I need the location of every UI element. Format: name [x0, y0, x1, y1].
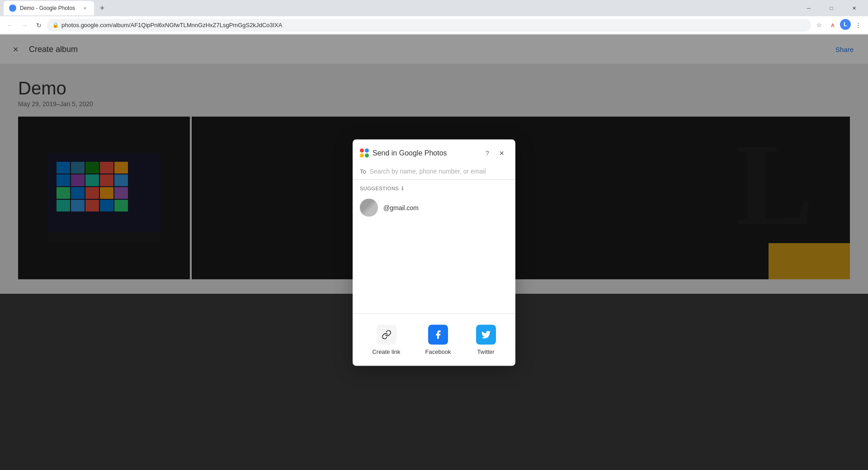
facebook-icon — [428, 325, 448, 345]
create-link-label: Create link — [372, 348, 400, 355]
tab-title: Demo - Google Photos — [20, 5, 78, 11]
dialog-footer: Create link Facebook — [353, 314, 515, 366]
dialog-help-icon[interactable]: ? — [483, 149, 492, 158]
to-field: To — [353, 165, 515, 180]
dialog-title: Send in Google Photos — [373, 149, 479, 157]
page-content: ✕ Create album Share Demo May 29, 2019–J… — [0, 35, 868, 470]
title-bar: Demo - Google Photos × + ─ □ ✕ — [0, 0, 868, 16]
recipient-input[interactable] — [370, 167, 508, 176]
tab-close-button[interactable]: × — [81, 5, 89, 12]
dialog-header: Send in Google Photos ? ✕ — [353, 140, 515, 165]
suggestion-avatar — [360, 199, 378, 217]
google-photos-icon — [360, 149, 369, 158]
tab-favicon — [9, 5, 16, 12]
address-text: photos.google.com/album/AF1QipPnl6xNGfwT… — [61, 22, 806, 28]
suggestions-label: SUGGESTIONS — [360, 186, 399, 191]
facebook-label: Facebook — [425, 348, 451, 355]
dialog-overlay: Send in Google Photos ? ✕ To SUGGESTIONS… — [0, 35, 868, 470]
browser-tab[interactable]: Demo - Google Photos × — [4, 1, 94, 15]
suggestions-section: SUGGESTIONS ℹ @gmail.com — [353, 180, 515, 223]
window-controls: ─ □ ✕ — [798, 1, 864, 15]
maximize-button[interactable]: □ — [821, 1, 842, 15]
facebook-action[interactable]: Facebook — [418, 321, 458, 359]
dialog-spacer — [353, 223, 515, 314]
bookmark-icon[interactable]: ☆ — [813, 19, 826, 32]
menu-icon[interactable]: ⋮ — [852, 19, 864, 32]
suggestion-email: @gmail.com — [383, 204, 419, 212]
back-button[interactable]: ← — [4, 19, 16, 32]
to-label: To — [360, 168, 366, 174]
acrobat-icon[interactable]: A — [826, 19, 839, 32]
avatar-photo — [360, 199, 378, 217]
minimize-button[interactable]: ─ — [798, 1, 819, 15]
reload-button[interactable]: ↻ — [33, 19, 45, 32]
nav-icons: ☆ A L ⋮ — [813, 19, 864, 32]
browser-chrome: Demo - Google Photos × + ─ □ ✕ ← → ↻ 🔒 p… — [0, 0, 868, 35]
suggestions-help-icon[interactable]: ℹ — [401, 185, 404, 192]
lock-icon: 🔒 — [52, 22, 59, 28]
create-link-action[interactable]: Create link — [365, 321, 407, 359]
twitter-icon — [476, 325, 496, 345]
profile-icon[interactable]: L — [840, 19, 851, 30]
twitter-action[interactable]: Twitter — [469, 321, 503, 359]
dialog-close-button[interactable]: ✕ — [495, 147, 508, 160]
suggestion-item[interactable]: @gmail.com — [360, 196, 508, 220]
close-window-button[interactable]: ✕ — [844, 1, 864, 15]
nav-bar: ← → ↻ 🔒 photos.google.com/album/AF1QipPn… — [0, 16, 868, 34]
suggestions-header: SUGGESTIONS ℹ — [360, 185, 508, 192]
new-tab-button[interactable]: + — [96, 2, 108, 14]
twitter-label: Twitter — [477, 348, 494, 355]
link-icon — [377, 325, 396, 345]
share-dialog: Send in Google Photos ? ✕ To SUGGESTIONS… — [353, 140, 515, 366]
forward-button[interactable]: → — [18, 19, 31, 32]
address-bar[interactable]: 🔒 photos.google.com/album/AF1QipPnl6xNGf… — [47, 19, 811, 32]
